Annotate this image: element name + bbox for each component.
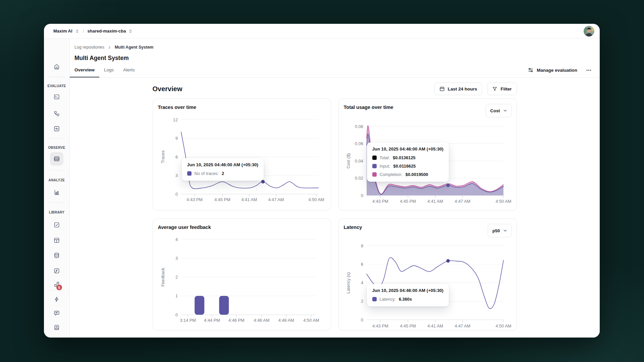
y-tick-label: 3: [175, 256, 177, 261]
tooltip-label: No of traces:: [195, 171, 219, 176]
sidebar-item-bar-chart[interactable]: [50, 186, 63, 199]
breadcrumb-parent[interactable]: Log repositories: [74, 45, 104, 50]
x-tick-label: 4:41 AM: [241, 197, 257, 202]
y-tick-label: 2: [361, 299, 363, 304]
sidebar-divider: [49, 77, 65, 77]
x-tick-label: 4:41 AM: [427, 323, 443, 328]
tooltip-label: Completion:: [380, 172, 402, 177]
y-tick-label: 6: [361, 262, 363, 267]
sidebar-section-label: EVALUATE: [44, 84, 69, 88]
chart-title: Average user feedback: [158, 225, 211, 230]
tooltip-value: 2: [222, 171, 224, 176]
tooltip-label: Total:: [380, 155, 390, 160]
sidebar-item-function[interactable]: [50, 264, 63, 278]
y-axis-label: Feedback: [160, 267, 165, 287]
sidebar-divider: [49, 291, 65, 291]
tooltip-value: $0.0116625: [393, 164, 416, 169]
sidebar-item-database[interactable]: [50, 249, 63, 262]
x-tick-label: 4:41 AM: [427, 199, 443, 204]
x-tick-label: 4:50 AM: [495, 199, 511, 204]
sidebar-section-label: ANALYZE: [44, 178, 69, 182]
org-switcher[interactable]: Maxim AI: [53, 28, 79, 34]
sidebar-item-workflow[interactable]: [50, 107, 63, 120]
average-feedback-card: Average user feedback 01234Feedback3:14 …: [153, 219, 331, 330]
sidebar-item-prompt[interactable]: [50, 90, 63, 104]
y-axis-label: Traces: [160, 150, 165, 164]
series-swatch: [372, 164, 377, 168]
workspace-name: shared-maxim-cba: [87, 28, 126, 34]
sidebar-section-label: OBSERVE: [44, 146, 69, 149]
y-tick-label: 8: [361, 243, 363, 248]
usage-metric-value: Cost: [490, 108, 500, 113]
usage-metric-select[interactable]: Cost: [486, 104, 512, 117]
sidebar-item-activity[interactable]: [50, 122, 63, 135]
logs-icon: [53, 156, 60, 162]
series-swatch: [372, 156, 377, 160]
sidebar-item-gear[interactable]: [50, 336, 63, 338]
breadcrumb: Log repositories Multi Agent System: [69, 39, 600, 50]
tooltip-row: Input: $0.0116625: [372, 163, 443, 169]
bar-chart-icon: [53, 189, 60, 196]
user-avatar[interactable]: [584, 26, 594, 37]
x-tick-label: 4:43 PM: [186, 197, 203, 202]
manage-evaluation-button[interactable]: Manage evaluation: [528, 67, 577, 73]
workspace-switcher[interactable]: shared-maxim-cba: [87, 28, 133, 34]
lightning-icon: [53, 296, 60, 303]
sidebar-item-book[interactable]: [50, 321, 63, 334]
y-tick-label: 0: [175, 312, 177, 317]
sidebar-item-lightning[interactable]: [50, 293, 63, 306]
total-usage-card: Total usage over time Cost 00.020.040.06…: [338, 99, 517, 210]
tooltip-row: No of traces: 2: [187, 170, 258, 177]
chart-tooltip: Jun 10, 2025 04:46:00 AM (+05:30) No of …: [182, 158, 264, 181]
activity-icon: [53, 125, 60, 132]
filter-button[interactable]: Filter: [487, 82, 517, 95]
app-window: Maxim AI / shared-maxim-cba: [44, 24, 600, 338]
tab-logs[interactable]: Logs: [99, 67, 118, 77]
y-tick-label: 0.04: [355, 159, 363, 164]
sidebar: EVALUATEOBSERVEANALYZELIBRARY5: [44, 39, 70, 338]
tooltip-label: Latency:: [380, 297, 396, 302]
path-separator: /: [83, 28, 84, 34]
more-options-button[interactable]: [586, 67, 592, 73]
tooltip-timestamp: Jun 10, 2025 04:46:00 AM (+05:30): [372, 288, 443, 293]
y-tick-label: 0: [361, 317, 363, 322]
x-tick-label: 3:14 PM: [180, 318, 196, 323]
chart-title: Traces over time: [158, 105, 196, 110]
chart-title: Latency: [344, 225, 362, 230]
latency-percentile-select[interactable]: p50: [488, 224, 512, 237]
sidebar-item-home[interactable]: [50, 60, 63, 73]
sidebar-item-logs[interactable]: [50, 152, 63, 166]
overview-actions: Last 24 hours Filter: [434, 82, 517, 95]
x-tick-label: 4:46 AM: [254, 318, 269, 323]
y-tick-label: 0: [361, 193, 363, 198]
tab-overview[interactable]: Overview: [70, 67, 99, 77]
series-swatch: [372, 297, 377, 301]
traces-chart-canvas: 036912Traces4:43 PM4:45 PM4:41 AM4:47 AM…: [153, 99, 331, 211]
x-tick-label: 4:47 AM: [268, 197, 284, 202]
main-content: Log repositories Multi Agent System Mult…: [69, 39, 600, 338]
feedback-chart-canvas: 01234Feedback3:14 PM4:44 PM4:46 PM4:46 A…: [153, 219, 331, 331]
x-tick-label: 4:45 PM: [400, 199, 416, 204]
tooltip-row: Completion: $0.0019500: [372, 171, 443, 178]
bar: [219, 296, 229, 315]
data-point-marker: [446, 184, 450, 187]
tooltip-timestamp: Jun 10, 2025 04:46:00 AM (+05:30): [372, 146, 443, 152]
sidebar-divider: [49, 170, 65, 170]
y-tick-label: 0.02: [355, 176, 363, 181]
tooltip-timestamp: Jun 10, 2025 04:46:00 AM (+05:30): [187, 162, 258, 167]
x-tick-label: 4:45 PM: [214, 197, 230, 202]
y-tick-label: 4: [175, 237, 177, 242]
series-swatch: [372, 172, 377, 177]
x-tick-label: 4:43 PM: [372, 323, 388, 328]
chevron-expand-icon: [128, 29, 133, 34]
tab-alerts[interactable]: Alerts: [118, 67, 140, 77]
sidebar-item-table[interactable]: [50, 234, 63, 247]
time-range-button[interactable]: Last 24 hours: [434, 82, 482, 95]
sidebar-item-check-square[interactable]: [50, 218, 63, 232]
chevron-right-icon: [107, 45, 112, 50]
tooltip-value: 6.360s: [399, 297, 412, 302]
sidebar-item-chat[interactable]: [50, 306, 63, 320]
check-square-icon: [53, 222, 60, 228]
x-tick-label: 4:46 PM: [228, 318, 244, 323]
chevron-down-icon: [503, 229, 507, 233]
